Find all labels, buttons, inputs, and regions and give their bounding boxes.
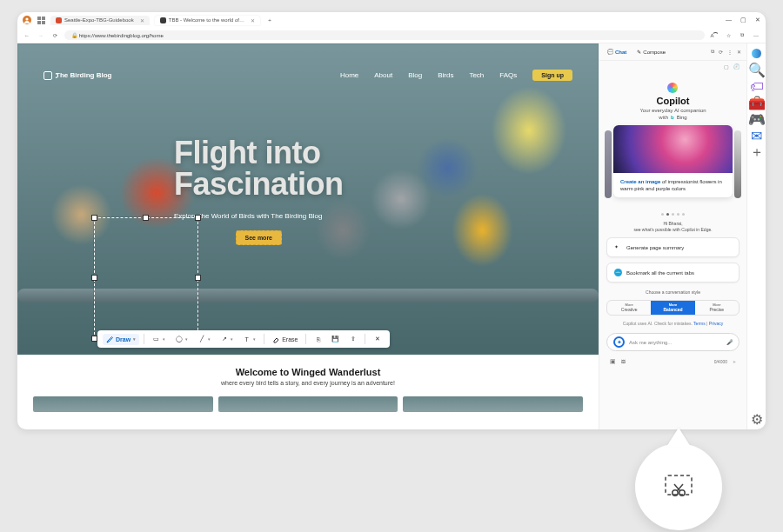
prompt-card-text: Create an image of impressionist flowers… <box>613 173 733 197</box>
browser-tab[interactable]: Seattle-Expo-TBG-Guidebook ✕ <box>50 16 150 25</box>
favorite-icon[interactable]: ☆ <box>724 31 733 40</box>
tab-title: Seattle-Expo-TBG-Guidebook <box>64 17 134 23</box>
chat-input[interactable]: ✦ Ask me anything... 🎤 <box>606 333 740 351</box>
nav-about[interactable]: About <box>374 71 392 79</box>
carousel-dot[interactable] <box>682 213 685 216</box>
tab-title: TBB - Welcome to the world of… <box>169 17 244 23</box>
popout-icon[interactable]: ⧉ <box>711 49 714 55</box>
compose-icon: ✎ <box>637 49 641 55</box>
resize-handle-w[interactable] <box>92 276 97 280</box>
forward-button[interactable]: → <box>37 31 45 40</box>
greeting-line2: see what's possible with Copilot in Edge… <box>633 227 712 233</box>
thumbnail-card[interactable] <box>33 396 213 412</box>
browser-tab-active[interactable]: TBB - Welcome to the world of… ✕ <box>155 16 260 25</box>
new-tab-button[interactable]: ＋ <box>265 16 274 24</box>
with-label: with <box>659 115 668 120</box>
new-topic-icon[interactable]: ▣ <box>610 358 616 365</box>
nav-birds[interactable]: Birds <box>438 71 453 79</box>
profile-icon[interactable] <box>23 16 31 24</box>
close-icon[interactable]: ✕ <box>140 17 144 23</box>
chat-tab[interactable]: 💬 Chat <box>605 47 629 57</box>
ellipse-tool[interactable]: ◯▾ <box>171 334 191 345</box>
compose-tab[interactable]: ✎ Compose <box>634 47 668 57</box>
resize-handle-ne[interactable] <box>196 216 200 220</box>
prompt-suggestion-card[interactable]: Create an image of impressionist flowers… <box>613 125 733 197</box>
resize-handle-nw[interactable] <box>92 216 97 220</box>
share-button[interactable]: ⇪ <box>345 334 360 345</box>
carousel-dot[interactable] <box>677 213 679 216</box>
collections-icon[interactable]: ⧉ <box>738 31 746 40</box>
shopping-rail-icon[interactable]: 🏷 <box>752 82 761 91</box>
suggestion-bookmark-tabs[interactable]: Bookmark all the current tabs <box>606 263 740 283</box>
close-toolbar-button[interactable]: ✕ <box>370 334 385 345</box>
suggestion-label: Bookmark all the current tabs <box>626 270 694 276</box>
more-icon[interactable]: ⋮ <box>727 49 733 55</box>
style-precise[interactable]: MorePrecise <box>695 301 739 315</box>
add-rail-icon[interactable]: ＋ <box>752 148 761 157</box>
selection-marquee[interactable] <box>94 217 198 339</box>
style-balanced[interactable]: MoreBalanced <box>651 301 694 315</box>
cta-button[interactable]: See more <box>236 230 283 245</box>
brand-logo[interactable]: The Birding Blog <box>44 71 111 80</box>
resize-handle-sw[interactable] <box>92 336 97 341</box>
mic-icon[interactable]: 🎤 <box>726 339 733 345</box>
carousel-prev-card[interactable] <box>605 130 612 198</box>
nav-faqs[interactable]: FAQs <box>499 71 517 79</box>
signup-button[interactable]: Sign up <box>532 70 572 81</box>
nav-blog[interactable]: Blog <box>408 71 422 79</box>
svg-rect-8 <box>666 475 692 495</box>
add-image-icon[interactable]: 🖼 <box>621 359 626 364</box>
minimize-panel-icon[interactable]: ▢ <box>724 63 729 70</box>
suggestion-page-summary[interactable]: ✦ Generate page summary <box>606 237 740 257</box>
refresh-button[interactable]: ⟳ <box>50 31 59 40</box>
nav-tech[interactable]: Tech <box>469 71 484 79</box>
outlook-rail-icon[interactable]: ✉ <box>752 131 761 141</box>
refresh-icon[interactable]: ⟳ <box>719 49 723 55</box>
line-tool[interactable]: ╱▾ <box>194 334 214 345</box>
edge-icon <box>614 269 622 276</box>
read-aloud-icon[interactable]: A⁀ <box>710 31 719 40</box>
terms-link[interactable]: Terms <box>693 321 706 326</box>
more-icon[interactable]: ⋯ <box>752 31 760 40</box>
privacy-link[interactable]: Privacy <box>709 321 723 326</box>
thumbnail-card[interactable] <box>403 396 583 412</box>
resize-handle-e[interactable] <box>196 276 200 280</box>
save-button[interactable]: 💾 <box>328 334 343 345</box>
copilot-rail-icon[interactable] <box>752 49 761 58</box>
tools-rail-icon[interactable]: 🧰 <box>752 98 761 108</box>
style-creative[interactable]: MoreCreative <box>607 301 651 315</box>
callout-bubble <box>626 428 731 532</box>
carousel-dot[interactable] <box>672 213 674 216</box>
carousel-next-card[interactable] <box>734 130 741 198</box>
back-button[interactable]: ← <box>23 31 31 40</box>
close-icon: ✕ <box>373 336 381 343</box>
search-rail-icon[interactable]: 🔍 <box>752 65 761 75</box>
maximize-button[interactable]: ▢ <box>740 17 746 23</box>
copy-button[interactable]: ⎘ <box>311 334 325 345</box>
send-icon[interactable]: ➤ <box>733 359 736 364</box>
text-tool[interactable]: T▾ <box>239 334 259 345</box>
carousel-dot[interactable] <box>661 213 664 216</box>
nav-home[interactable]: Home <box>340 71 358 79</box>
content-section: Welcome to Winged Wanderlust where every… <box>17 355 599 412</box>
close-icon[interactable]: ✕ <box>251 17 255 23</box>
title-bar: Seattle-Expo-TBG-Guidebook ✕ TBB - Welco… <box>17 12 766 28</box>
rect-tool[interactable]: ▭▾ <box>149 334 169 345</box>
arrow-tool[interactable]: ↗▾ <box>217 334 237 345</box>
history-icon[interactable]: 🕘 <box>733 63 740 70</box>
erase-tool[interactable]: Erase <box>269 334 301 345</box>
content-paragraph: where every bird tells a story, and ever… <box>33 380 583 386</box>
chat-tab-label: Chat <box>615 50 626 55</box>
settings-rail-icon[interactable]: ⚙ <box>752 415 761 424</box>
games-rail-icon[interactable]: 🎮 <box>752 115 761 124</box>
carousel-dot-active[interactable] <box>666 213 669 216</box>
draw-tool[interactable]: Draw ▾ <box>103 334 139 345</box>
thumbnail-card[interactable] <box>218 396 398 412</box>
resize-handle-n[interactable] <box>144 216 148 220</box>
close-window-button[interactable]: ✕ <box>755 17 760 23</box>
minimize-button[interactable]: — <box>726 17 732 23</box>
url-field[interactable]: 🔒 https://www.thebirdingblog.org/home <box>64 30 705 40</box>
close-sidebar-icon[interactable]: ✕ <box>737 49 741 55</box>
workspace-icon[interactable] <box>37 16 45 24</box>
chevron-down-icon: ▾ <box>208 336 211 342</box>
